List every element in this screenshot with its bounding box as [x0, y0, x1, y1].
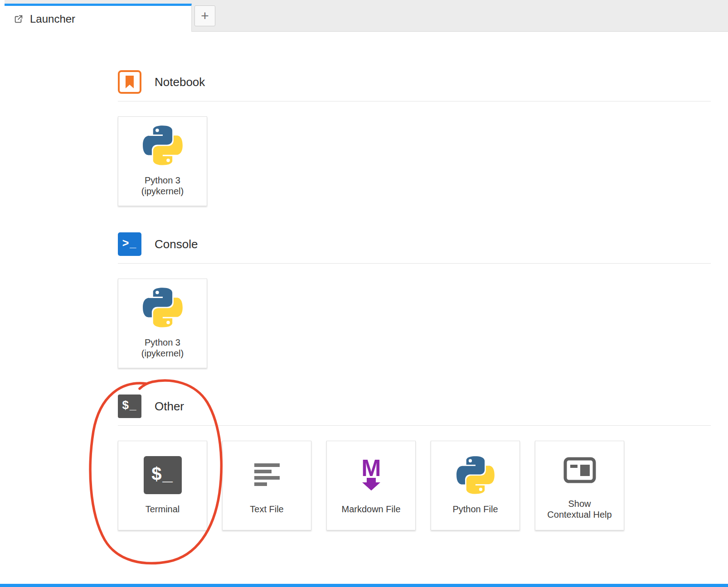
console-card-row: Python 3 (ipykernel) [118, 279, 711, 368]
section-header-notebook: Notebook [118, 70, 711, 94]
section-title-console: Console [155, 237, 198, 251]
bottom-accent-bar [0, 584, 728, 587]
terminal-icon [144, 456, 182, 494]
card-terminal[interactable]: Terminal [118, 441, 207, 530]
other-card-row: Terminal Text File M Markdown File [118, 441, 711, 530]
card-label: Markdown File [339, 504, 403, 515]
card-label: Python 3 (ipykernel) [139, 337, 186, 359]
section-divider [118, 425, 711, 426]
section-title-other: Other [155, 399, 184, 414]
section-other: Other Terminal Text File M [118, 395, 711, 530]
launcher-icon [14, 14, 24, 24]
section-divider [118, 101, 711, 101]
python-icon [143, 125, 183, 165]
console-icon [118, 232, 141, 256]
card-python-file[interactable]: Python File [431, 441, 520, 530]
card-python3-notebook[interactable]: Python 3 (ipykernel) [118, 116, 207, 206]
python-icon [456, 456, 495, 494]
section-header-other: Other [118, 395, 711, 418]
new-tab-button[interactable]: + [194, 5, 215, 26]
tab-label: Launcher [30, 13, 75, 25]
launcher-panel: Notebook Python 3 (ipykernel) Console Py… [0, 32, 728, 530]
terminal-icon [118, 395, 141, 418]
section-header-console: Console [118, 232, 711, 256]
card-label: Python 3 (ipykernel) [139, 175, 186, 197]
card-markdown-file[interactable]: M Markdown File [326, 441, 416, 530]
text-file-icon [248, 456, 286, 494]
tab-launcher[interactable]: Launcher [5, 4, 192, 32]
svg-text:M: M [361, 456, 381, 481]
card-text-file[interactable]: Text File [222, 441, 311, 530]
card-label: Show Contextual Help [544, 499, 614, 520]
python-icon [143, 288, 183, 327]
card-label: Text File [247, 504, 286, 515]
card-label: Terminal [143, 504, 183, 515]
markdown-icon: M [352, 456, 390, 494]
section-notebook: Notebook Python 3 (ipykernel) [118, 70, 711, 206]
contextual-help-icon [561, 451, 599, 489]
section-divider [118, 263, 711, 264]
card-python3-console[interactable]: Python 3 (ipykernel) [118, 279, 207, 368]
notebook-card-row: Python 3 (ipykernel) [118, 116, 711, 206]
tab-bar: Launcher + [0, 0, 728, 32]
card-label: Python File [450, 504, 500, 515]
section-title-notebook: Notebook [155, 75, 205, 89]
section-console: Console Python 3 (ipykernel) [118, 232, 711, 368]
card-show-contextual-help[interactable]: Show Contextual Help [535, 441, 624, 530]
notebook-icon [118, 70, 141, 94]
